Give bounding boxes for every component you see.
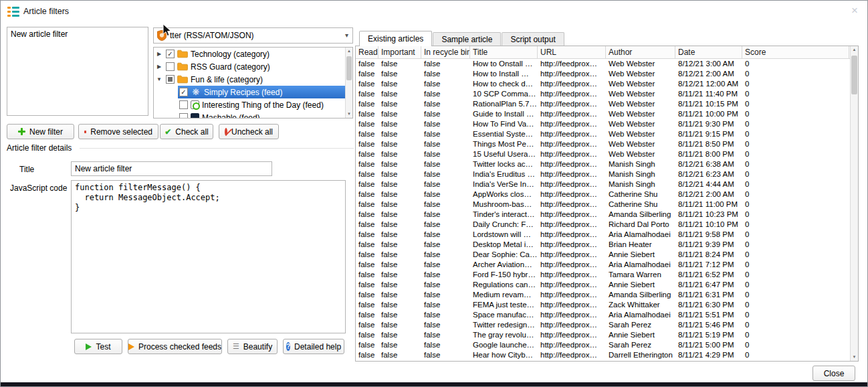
tree-item[interactable]: ✓❋Simply Recipes (feed) [154, 86, 345, 98]
table-cell: http://feedprox… [538, 159, 606, 169]
tree-item-body[interactable]: Mashable (feed) [178, 111, 345, 119]
table-row[interactable]: falsefalsefalseDaily Crunch: F…http://fe… [356, 220, 850, 230]
column-header[interactable]: Title [470, 46, 538, 58]
column-header[interactable]: In recycle bin [421, 46, 470, 58]
tree-item-body[interactable]: RSS Guard (category) [165, 60, 345, 73]
checkbox[interactable]: ✓ [179, 88, 188, 96]
table-row[interactable]: falsefalsefalseTwitter locks ac…http://f… [356, 159, 850, 169]
tab-script-output[interactable]: Script output [502, 32, 564, 46]
table-row[interactable]: falsefalsefalseArcher Aviation…http://fe… [356, 260, 850, 270]
no-entry-icon [225, 128, 227, 136]
tree-item-body[interactable]: ✓Technology (category) [165, 48, 345, 60]
column-header[interactable]: URL [538, 46, 606, 58]
table-row[interactable]: falsefalsefalseEssential Syste…http://fe… [356, 129, 850, 139]
process-checked-feeds-button[interactable]: Process checked feeds [128, 339, 222, 354]
filter-list-item[interactable]: New article filter [7, 27, 148, 41]
js-code-editor[interactable]: function filterMessage() { return Messag… [71, 180, 346, 333]
table-row[interactable]: falsefalsefalseGuide to Install …http://… [356, 109, 850, 119]
tab-existing-articles[interactable]: Existing articles [359, 31, 432, 46]
expand-expanded-icon[interactable]: ▼ [156, 76, 162, 82]
detailed-help-button[interactable]: ? Detailed help [283, 339, 344, 354]
table-row[interactable]: falsefalsefalse10 SCP Comma…http://feedp… [356, 89, 850, 99]
table-cell: 8/11/21 9:58 PM [675, 230, 742, 240]
table-cell: 0 [742, 330, 849, 340]
table-row[interactable]: falsefalsefalseFEMA just teste…http://fe… [356, 300, 850, 310]
chevron-down-icon[interactable]: ▾ [345, 31, 348, 39]
checkbox[interactable] [166, 75, 175, 84]
table-row[interactable]: falsefalsefalseIndia's VerSe In…http://f… [356, 179, 850, 189]
folder-icon [177, 62, 188, 72]
table-row[interactable]: falsefalsefalseAppWorks clos…http://feed… [356, 189, 850, 200]
table-row[interactable]: falsefalsefalseHow to Install …http://fe… [356, 69, 850, 79]
table-cell: Darrell Etherington [606, 350, 675, 360]
beautify-button[interactable]: ☰ Beautify [227, 339, 278, 354]
table-cell: Desktop Metal i… [470, 240, 538, 250]
table-row[interactable]: falsefalsefalseFord F-150 hybr…http://fe… [356, 270, 850, 280]
tree-scrollbar[interactable]: ▲ ▼ [345, 48, 352, 118]
filters-list[interactable]: New article filter [7, 27, 148, 116]
title-input[interactable] [71, 161, 272, 176]
table-cell: false [356, 280, 378, 290]
tree-item[interactable]: Interesting Thing of the Day (feed) [154, 98, 345, 111]
scroll-down-icon[interactable]: ▼ [851, 354, 858, 361]
checkbox[interactable]: ✓ [166, 50, 175, 58]
check-all-button[interactable]: ✔ Check all [160, 124, 213, 139]
tab-sample-article[interactable]: Sample article [433, 32, 501, 46]
table-row[interactable]: falsefalsefalseRationalPlan 5.7…http://f… [356, 99, 850, 109]
new-filter-button[interactable]: New filter [7, 124, 74, 139]
table-row[interactable]: falsefalsefalseTwitter redesign…http://f… [356, 320, 850, 330]
table-cell: http://feedprox… [538, 260, 606, 270]
table-row[interactable]: falsefalsefalseHow to check d…http://fee… [356, 79, 850, 89]
expand-collapsed-icon[interactable]: ▶ [157, 64, 161, 70]
scrollbar-thumb[interactable] [851, 56, 857, 94]
scroll-down-icon[interactable]: ▼ [346, 110, 352, 118]
tree-item-body[interactable]: Interesting Thing of the Day (feed) [178, 98, 345, 111]
table-scrollbar[interactable]: ▲ ▼ [850, 46, 858, 361]
table-row[interactable]: falsefalsefalseHow to Onstall …http://fe… [356, 59, 850, 69]
table-cell: 0 [742, 200, 849, 210]
rssguard-shield-icon [157, 30, 167, 41]
table-row[interactable]: falsefalsefalseHear how Cityb…http://fee… [356, 350, 850, 360]
table-row[interactable]: falsefalsefalseLordstown will …http://fe… [356, 230, 850, 240]
checkbox[interactable] [166, 62, 175, 71]
table-row[interactable]: falsefalsefalseRegulations can…http://fe… [356, 280, 850, 290]
scrollbar-thumb[interactable] [346, 56, 352, 80]
table-cell: 0 [742, 320, 849, 330]
scroll-up-icon[interactable]: ▲ [346, 48, 352, 55]
table-row[interactable]: falsefalsefalseIndia's Eruditus …http://… [356, 169, 850, 179]
column-header[interactable]: Important [378, 46, 421, 58]
remove-selected-button[interactable]: Remove selected [78, 124, 158, 139]
close-button[interactable]: Close [812, 366, 855, 381]
table-cell: false [356, 320, 378, 330]
table-row[interactable]: falsefalsefalseThe gray revolu…http://fe… [356, 330, 850, 340]
account-dropdown[interactable]: tter (RSS/ATOM/JSON) ▾ [153, 27, 353, 44]
tree-item-body[interactable]: ✓❋Simply Recipes (feed) [178, 86, 345, 98]
table-row[interactable]: falsefalsefalseGoogle launche…http://fee… [356, 340, 850, 350]
column-header[interactable]: Read [356, 46, 378, 58]
checkbox[interactable] [179, 113, 188, 119]
checkbox[interactable] [179, 100, 188, 109]
column-header[interactable]: Date [675, 46, 742, 58]
table-row[interactable]: falsefalsefalseTinder's interact…http://… [356, 210, 850, 220]
table-row[interactable]: falsefalsefalse15 Useful Usera…http://fe… [356, 149, 850, 159]
expand-collapsed-icon[interactable]: ▶ [157, 51, 161, 57]
test-button[interactable]: Test [74, 339, 122, 354]
table-row[interactable]: falsefalsefalseMedium revam…http://feedp… [356, 290, 850, 300]
table-cell: http://feedprox… [538, 230, 606, 240]
table-row[interactable]: falsefalsefalseDesktop Metal i…http://fe… [356, 240, 850, 250]
close-icon[interactable]: × [851, 5, 858, 17]
table-row[interactable]: falsefalsefalseMushroom-bas…http://feedp… [356, 200, 850, 210]
scroll-up-icon[interactable]: ▲ [851, 46, 858, 54]
table-row[interactable]: falsefalsefalseThings Most Pe…http://fee… [356, 139, 850, 149]
uncheck-all-button[interactable]: Uncheck all [219, 124, 279, 139]
tree-item[interactable]: ▶RSS Guard (category) [154, 60, 345, 73]
table-row[interactable]: falsefalsefalseSpace manufac…http://feed… [356, 310, 850, 320]
column-header[interactable]: Author [606, 46, 675, 58]
tree-item[interactable]: Mashable (feed) [154, 111, 345, 119]
table-row[interactable]: falsefalsefalseDear Sophie: Ca…http://fe… [356, 250, 850, 260]
tree-item[interactable]: ▶✓Technology (category) [154, 48, 345, 60]
tree-item[interactable]: ▼Fun & life (category) [154, 73, 345, 86]
column-header[interactable]: Score [742, 46, 849, 58]
table-row[interactable]: falsefalsefalseHow To Find Va…http://fee… [356, 119, 850, 129]
tree-item-body[interactable]: Fun & life (category) [165, 73, 345, 86]
